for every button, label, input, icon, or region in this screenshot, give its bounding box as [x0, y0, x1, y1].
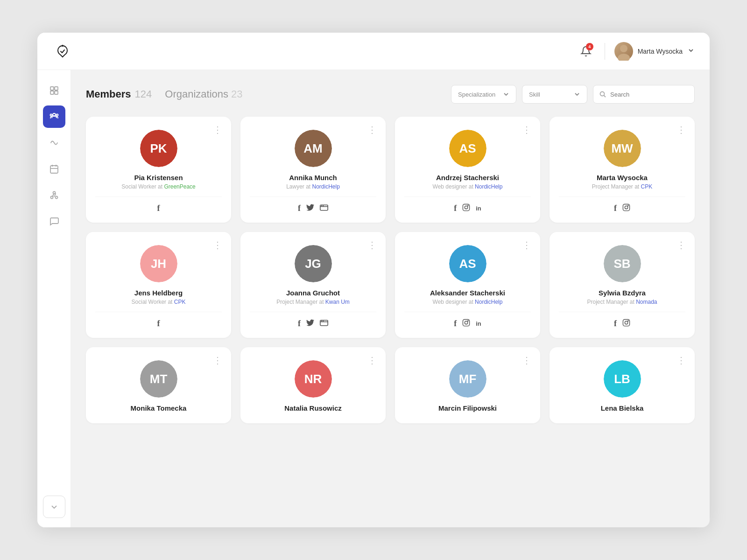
card-menu-button[interactable]: ⋮ [366, 123, 379, 136]
card-divider [404, 196, 531, 197]
facebook-icon[interactable]: f [614, 319, 617, 329]
linkedin-icon[interactable]: in [476, 320, 481, 327]
user-name: Marta Wysocka [638, 48, 683, 55]
member-role: Social Worker at GreenPeace [121, 183, 196, 190]
member-card: ⋮ AS Aleksander Stacherski Web designer … [395, 232, 540, 338]
member-card: ⋮ PK Pia Kristensen Social Worker at Gre… [86, 117, 231, 223]
member-card: ⋮ JH Jens Heldberg Social Worker at CPK … [86, 232, 231, 338]
twitter-icon[interactable] [306, 204, 314, 213]
members-label: Members [86, 88, 131, 100]
svg-rect-29 [320, 320, 328, 325]
member-card: ⋮ AM Annika Munch Lawyer at NordicHelp f [240, 117, 386, 223]
svg-point-24 [465, 206, 468, 209]
svg-point-25 [468, 205, 468, 206]
card-menu-button[interactable]: ⋮ [211, 354, 225, 367]
twitter-icon[interactable] [306, 319, 314, 328]
sidebar-item-feed[interactable] [43, 132, 65, 154]
member-name: Marta Wysocka [597, 174, 648, 182]
content-header: Members 124 Organizations 23 Specializat… [86, 85, 695, 104]
logo [52, 41, 73, 62]
card-menu-button[interactable]: ⋮ [366, 238, 379, 252]
facebook-icon[interactable]: f [454, 203, 457, 213]
facebook-icon[interactable]: f [454, 319, 457, 329]
svg-point-7 [53, 113, 56, 116]
social-icons: f in [454, 319, 481, 329]
instagram-icon[interactable] [462, 319, 470, 329]
svg-rect-3 [50, 87, 54, 90]
skill-label: Skill [529, 91, 570, 98]
specialization-label: Specialization [458, 91, 499, 98]
card-menu-button[interactable]: ⋮ [675, 354, 688, 367]
card-menu-button[interactable]: ⋮ [211, 238, 225, 252]
member-name: Andrzej Stacherski [436, 174, 499, 182]
specialization-dropdown[interactable]: Specialization [451, 85, 516, 104]
facebook-icon[interactable]: f [157, 319, 160, 329]
facebook-icon[interactable]: f [298, 203, 301, 213]
linkedin-icon[interactable]: in [476, 205, 481, 212]
sidebar-item-messages[interactable] [43, 210, 65, 232]
svg-point-0 [62, 45, 63, 47]
member-name: Joanna Gruchot [286, 289, 340, 297]
instagram-icon[interactable] [462, 203, 470, 213]
member-card: ⋮ MF Marcin Filipowski [395, 347, 540, 423]
svg-point-1 [620, 45, 627, 52]
card-menu-button[interactable]: ⋮ [520, 354, 534, 367]
web-icon[interactable] [320, 204, 328, 213]
avatar [614, 42, 633, 61]
notification-badge: 4 [586, 43, 593, 50]
social-icons: f [157, 319, 160, 329]
member-name: Aleksander Stacherski [430, 289, 505, 297]
search-box[interactable] [593, 85, 695, 104]
card-menu-button[interactable]: ⋮ [211, 123, 225, 136]
svg-point-38 [628, 321, 628, 321]
sidebar [37, 70, 71, 527]
members-count: 124 [135, 88, 152, 100]
member-name: Sylwia Bzdyra [599, 289, 646, 297]
social-icons: f [614, 319, 630, 329]
sidebar-item-dashboard[interactable] [43, 79, 65, 102]
card-divider [559, 196, 685, 197]
user-profile[interactable]: Marta Wysocka [614, 42, 695, 61]
sidebar-item-members[interactable] [43, 105, 65, 128]
svg-rect-26 [623, 204, 629, 210]
web-icon[interactable] [320, 320, 328, 328]
search-icon [599, 91, 606, 98]
member-avatar: JG [295, 245, 332, 282]
svg-rect-6 [55, 91, 58, 94]
facebook-icon[interactable]: f [614, 203, 617, 213]
card-menu-button[interactable]: ⋮ [520, 123, 534, 136]
instagram-icon[interactable] [622, 319, 630, 329]
card-menu-button[interactable]: ⋮ [675, 123, 688, 136]
member-card: ⋮ MT Monika Tomecka [86, 347, 231, 423]
facebook-icon[interactable]: f [157, 203, 160, 213]
member-name: Natalia Rusowicz [284, 404, 342, 412]
social-icons: f in [454, 203, 481, 213]
member-avatar: AS [449, 245, 486, 282]
member-avatar: AS [449, 130, 486, 167]
svg-point-15 [50, 196, 53, 199]
svg-point-27 [625, 206, 627, 209]
member-role: Web designer at NordicHelp [433, 299, 503, 305]
card-divider [404, 312, 531, 312]
member-role: Project Manager at CPK [592, 183, 652, 190]
organizations-count: 23 [231, 88, 242, 100]
svg-line-18 [604, 96, 606, 98]
sidebar-item-connections[interactable] [43, 184, 65, 206]
card-menu-button[interactable]: ⋮ [675, 238, 688, 252]
skill-dropdown[interactable]: Skill [522, 85, 587, 104]
svg-point-28 [628, 205, 628, 206]
search-input[interactable] [610, 91, 689, 98]
card-divider [250, 196, 376, 197]
sidebar-expand-button[interactable] [43, 496, 65, 518]
instagram-icon[interactable] [622, 203, 630, 213]
notification-button[interactable]: 4 [577, 42, 595, 61]
sidebar-item-calendar[interactable] [43, 158, 65, 180]
card-menu-button[interactable]: ⋮ [366, 354, 379, 367]
card-menu-button[interactable]: ⋮ [520, 238, 534, 252]
member-avatar: MF [449, 360, 486, 398]
svg-rect-4 [55, 87, 58, 90]
svg-point-14 [53, 192, 55, 194]
facebook-icon[interactable]: f [298, 319, 301, 329]
member-role: Social Worker at CPK [132, 299, 186, 305]
member-role: Project Manager at Nomada [587, 299, 657, 305]
